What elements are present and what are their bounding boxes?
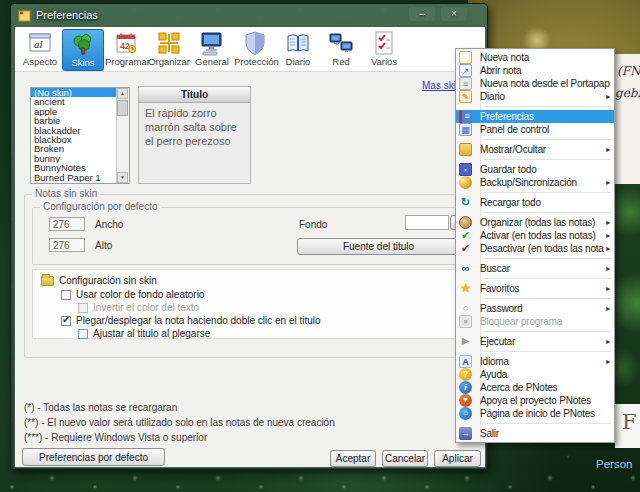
default-preferences-button[interactable]: Preferencias por defecto [22,448,165,466]
minimize-button[interactable]: – [409,7,435,21]
menu-item-activar-todas[interactable]: Activar (en todas las notas) [456,229,614,242]
width-label: Ancho [95,219,123,230]
menu-item-diario[interactable]: Diario [456,90,614,103]
group-label: Notas sin skin [32,188,100,199]
menu-separator [456,348,614,355]
skin-list-item[interactable]: BunnyNotes [31,163,129,172]
scroll-up-icon[interactable]: ▲ [117,88,128,99]
menu-separator [456,103,614,110]
sticky-note-text: gebr [615,86,640,100]
checkbox-rollup-double-click[interactable]: Plegar/desplegar la nota haciendo doble … [61,315,321,326]
tab-skins[interactable]: Skins [62,29,104,71]
menu-item-guardar-todo[interactable]: Guardar todo [456,163,614,176]
preferences-toolbar: al Aspecto Skins 42 Programar Organizar … [15,27,485,72]
menu-item-recargar-todo[interactable]: Recargar todo [456,196,614,209]
menu-item-ejecutar[interactable]: Ejecutar [456,335,614,348]
skin-list-item[interactable]: blackbox [31,135,129,144]
menu-item-favoritos[interactable]: Favoritos [456,282,614,295]
menu-item-organizar-todas[interactable]: Organizar (todas las notas) [456,216,614,229]
skin-list-item[interactable]: Burned Paper 1 [31,173,129,182]
tray-context-menu: Nueva nota Abrir nota Nueva nota desde e… [455,48,615,443]
menu-item-ayuda[interactable]: Ayuda [456,368,614,381]
diary-icon [459,90,472,103]
checkbox[interactable] [61,316,71,326]
menu-item-preferencias[interactable]: Preferencias [456,110,614,123]
tab-label: Aspecto [19,56,61,67]
width-field[interactable] [49,217,85,231]
tab-label: Skins [63,57,103,68]
activate-icon [459,229,472,242]
menu-item-password[interactable]: Password [456,302,614,315]
checkbox-invert-text-color[interactable]: Invertir el color del texto [78,302,199,313]
ok-button[interactable]: Aceptar [330,450,376,467]
tab-general[interactable]: General [191,29,233,69]
checkbox[interactable] [78,329,88,339]
menu-item-acerca-de[interactable]: Acerca de PNotes [456,381,614,394]
tab-organizar[interactable]: Organizar [148,29,190,69]
menu-separator [456,136,614,143]
scrollbar-thumb[interactable] [117,100,128,116]
menu-item-label: Página de inicio de PNotes [472,408,610,419]
menu-item-nueva-nota[interactable]: Nueva nota [456,51,614,64]
menu-item-apoya-proyecto[interactable]: Apoya el proyecto PNotes [456,394,614,407]
menu-separator [456,255,614,262]
checkbox-fit-title-rolled[interactable]: Ajustar al titulo al plegarse [78,328,210,339]
desktop-sticky-note[interactable]: (FN gebr [613,54,640,184]
menu-item-idioma[interactable]: Idioma [456,355,614,368]
height-field[interactable] [49,238,85,252]
skin-list-item[interactable]: ancient [31,97,129,106]
menu-item-mostrar-ocultar[interactable]: Mostrar/Ocultar [456,143,614,156]
menu-item-label: Bloquear programa [472,316,610,327]
skin-list[interactable]: (No skin) ancient apple barbie blackadde… [30,87,130,184]
tab-red[interactable]: Red [320,29,362,69]
background-field[interactable] [405,215,449,230]
skin-list-item[interactable]: Broken [31,144,129,153]
menu-item-buscar[interactable]: Buscar [456,262,614,275]
checkbox-random-background[interactable]: Usar color de fondo aleatorio [61,289,204,300]
tab-label: Programar [105,56,147,67]
skin-list-item[interactable]: blackadder [31,126,129,135]
menu-item-salir[interactable]: Salir [456,427,614,440]
skin-list-item[interactable]: apple [31,107,129,116]
backup-icon [459,176,472,189]
close-button[interactable]: × [441,7,467,21]
skin-list-scrollbar[interactable]: ▲ ▼ [116,88,129,183]
search-icon [459,262,472,275]
menu-item-label: Apoya el proyecto PNotes [472,395,610,406]
menu-separator [456,209,614,216]
menu-item-label: Desactivar (en todas las notas) [472,243,604,254]
favorites-star-icon [459,282,472,295]
exit-icon [459,427,472,440]
skin-list-item[interactable]: bunny [31,154,129,163]
menu-item-backup-sincronizacion[interactable]: Backup/Sincronización [456,176,614,189]
menu-item-bloquear-programa[interactable]: Bloquear programa [456,315,614,328]
scroll-down-icon[interactable]: ▼ [117,172,128,183]
tab-aspecto[interactable]: al Aspecto [19,29,61,69]
tab-label: Red [320,56,362,67]
checkbox[interactable] [61,290,71,300]
title-font-button[interactable]: Fuente del titulo [297,238,460,255]
menu-item-nueva-nota-portapapeles[interactable]: Nueva nota desde el Portapapeles [456,77,614,90]
menu-item-panel-de-control[interactable]: Panel de control [456,123,614,136]
tab-proteccion[interactable]: Protección [234,29,276,69]
shield-icon [242,30,268,56]
menu-item-label: Organizar (todas las notas) [472,217,604,228]
skin-list-item[interactable]: (No skin) [31,88,129,97]
skin-list-item[interactable]: barbie [31,116,129,125]
tab-diario[interactable]: Diario [277,29,319,69]
cancel-button[interactable]: Cancelar [382,450,428,467]
menu-item-pagina-inicio[interactable]: Página de inicio de PNotes [456,407,614,420]
menu-item-abrir-nota[interactable]: Abrir nota [456,64,614,77]
checkbox[interactable] [78,303,88,313]
tab-programar[interactable]: 42 Programar [105,29,147,69]
footnote: (**) - El nuevo valor será utilizado sol… [24,417,335,428]
tab-varios[interactable]: Varios [363,29,405,69]
apply-button[interactable]: Aplicar [434,450,481,467]
menu-item-desactivar-todas[interactable]: Desactivar (en todas las notas) [456,242,614,255]
menu-separator [456,275,614,282]
desktop-label: Person [596,458,632,470]
computer-icon [199,30,225,56]
menu-item-label: Panel de control [472,124,610,135]
checkbox-label: Ajustar al titulo al plegarse [93,328,210,339]
tree-root[interactable]: Configuración sin skin [41,275,157,286]
